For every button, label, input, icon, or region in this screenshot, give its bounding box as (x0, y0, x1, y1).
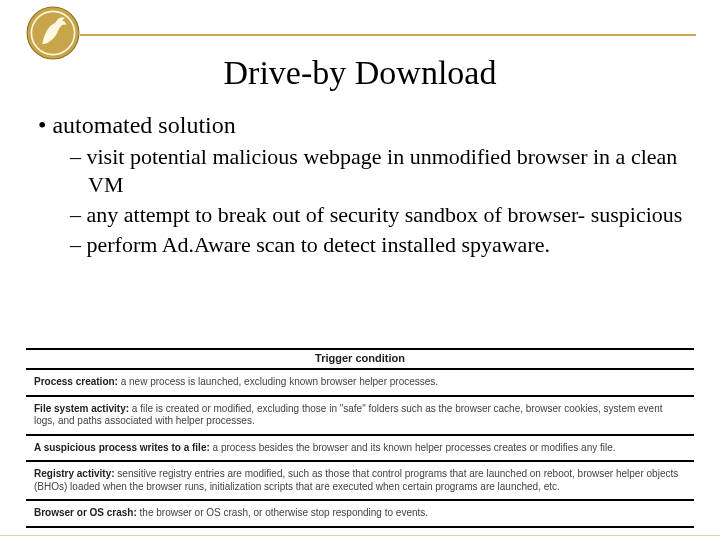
row-text: a new process is launched, excluding kno… (118, 376, 438, 387)
row-text: sensitive registry entries are modified,… (34, 468, 678, 492)
slide-title: Drive-by Download (28, 54, 692, 92)
top-divider (80, 34, 696, 36)
row-text: the browser or OS crash, or otherwise st… (137, 507, 428, 518)
trigger-condition-table: Trigger condition Process creation: a ne… (26, 348, 694, 528)
content-area: automated solution visit potential malic… (28, 110, 692, 259)
row-text: a file is created or modified, excluding… (34, 403, 663, 427)
row-label: A suspicious process writes to a file: (34, 442, 210, 453)
trigger-row-process-creation: Process creation: a new process is launc… (26, 370, 694, 397)
row-label: Process creation: (34, 376, 118, 387)
bullet-automated-solution: automated solution visit potential malic… (38, 110, 692, 259)
bottom-divider (0, 535, 720, 536)
subbullet-sandbox: any attempt to break out of security san… (70, 201, 692, 229)
trigger-header: Trigger condition (26, 348, 694, 370)
row-label: File system activity: (34, 403, 129, 414)
row-text: a process besides the browser and its kn… (210, 442, 616, 453)
slide: Drive-by Download automated solution vis… (0, 0, 720, 540)
ucf-pegasus-logo (26, 6, 80, 60)
trigger-row-crash: Browser or OS crash: the browser or OS c… (26, 501, 694, 528)
row-label: Registry activity: (34, 468, 115, 479)
subbullet-visit: visit potential malicious webpage in unm… (70, 143, 692, 199)
row-label: Browser or OS crash: (34, 507, 137, 518)
trigger-row-registry: Registry activity: sensitive registry en… (26, 462, 694, 501)
subbullet-adaware: perform Ad.Aware scan to detect installe… (70, 231, 692, 259)
trigger-row-suspicious-process: A suspicious process writes to a file: a… (26, 436, 694, 463)
trigger-row-file-system: File system activity: a file is created … (26, 397, 694, 436)
bullet-text: automated solution (52, 112, 235, 138)
